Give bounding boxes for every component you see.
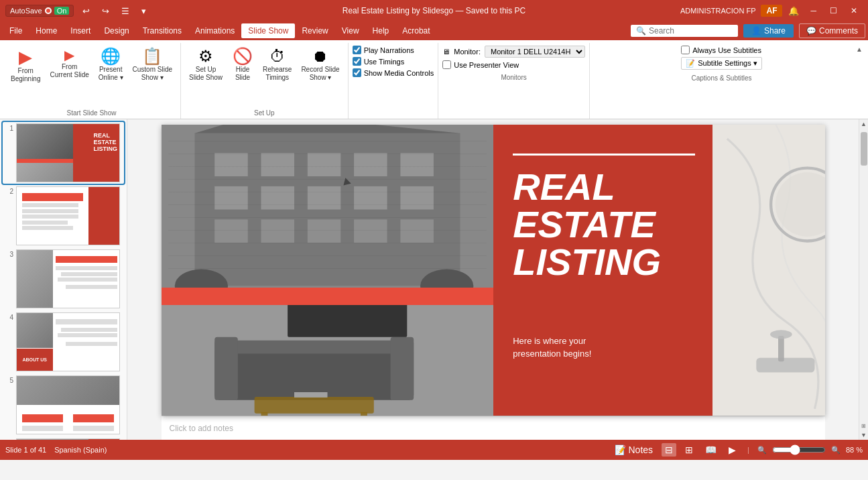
presenter-view-checkbox[interactable] xyxy=(442,60,451,69)
profile-button[interactable]: AF xyxy=(761,5,782,17)
menu-insert[interactable]: Insert xyxy=(64,23,97,38)
slide-thumb-5 xyxy=(16,375,120,434)
always-subtitles-check[interactable]: Always Use Subtitles xyxy=(681,46,762,54)
custom-slideshow-button[interactable]: 📋 Custom SlideShow ▾ xyxy=(129,46,176,84)
ribbon-toggle-button[interactable]: 🔔 xyxy=(785,5,802,17)
svg-rect-8 xyxy=(261,186,294,210)
play-narrations-checkbox[interactable] xyxy=(353,46,361,54)
slide-item-1[interactable]: 1 REALESTATELISTING xyxy=(3,122,124,184)
svg-rect-4 xyxy=(307,153,340,176)
record-icon: ⏺ xyxy=(312,48,328,64)
svg-rect-3 xyxy=(261,153,294,176)
close-button[interactable]: ✕ xyxy=(845,5,863,17)
notes-area[interactable]: Click to add notes xyxy=(162,416,825,440)
slide-photo-bottom xyxy=(162,305,493,416)
minimize-button[interactable]: ─ xyxy=(805,5,822,17)
slide-item-3[interactable]: 3 xyxy=(3,248,124,310)
captions-group-label: Captions & Subtitles xyxy=(692,72,752,84)
comments-button[interactable]: 💬 Comments xyxy=(799,23,865,38)
rehearse-button[interactable]: ⏱ RehearseTimings xyxy=(259,46,296,84)
ribbon-group-monitors: 🖥 Monitor: Monitor 1 DELL U2414H Use Pre… xyxy=(438,43,590,119)
show-media-check[interactable]: Show Media Controls xyxy=(353,68,434,77)
zoom-slider[interactable] xyxy=(772,444,826,455)
slide-sorter-button[interactable]: ⊞ xyxy=(682,443,696,457)
menu-view[interactable]: View xyxy=(335,23,366,38)
maximize-button[interactable]: ☐ xyxy=(824,5,843,17)
rehearse-icon: ⏱ xyxy=(269,48,286,64)
slide-item-5[interactable]: 5 xyxy=(3,374,124,436)
slide-thumb-4: ABOUT US xyxy=(16,312,120,371)
monitor-select[interactable]: Monitor 1 DELL U2414H xyxy=(485,46,585,58)
scroll-up-button[interactable]: ▲ xyxy=(859,119,868,129)
slideshow-view-button[interactable]: ▶ xyxy=(725,443,739,457)
slide-item-6[interactable]: 6 xyxy=(3,437,124,440)
always-subtitles-checkbox[interactable] xyxy=(681,46,690,54)
svg-point-35 xyxy=(770,330,792,339)
notes-button[interactable]: 📝 Notes xyxy=(611,443,656,457)
undo-button[interactable]: ↩ xyxy=(79,5,93,17)
use-timings-check[interactable]: Use Timings xyxy=(353,57,434,66)
svg-rect-28 xyxy=(294,392,328,398)
menu-review[interactable]: Review xyxy=(295,23,334,38)
svg-rect-22 xyxy=(214,341,414,354)
svg-rect-26 xyxy=(261,412,267,416)
record-slideshow-button[interactable]: ⏺ Record SlideShow ▾ xyxy=(297,46,343,84)
autosave-button[interactable]: AutoSave On xyxy=(5,5,74,17)
menu-right: 🔍 👤 Share 💬 Comments xyxy=(631,23,865,38)
main-scrollbar[interactable]: ▲ ⊞ ▼ xyxy=(859,119,868,440)
play-narrations-label: Play Narrations xyxy=(364,46,414,54)
use-timings-checkbox[interactable] xyxy=(353,57,361,66)
notes-label: Notes xyxy=(628,444,653,455)
slide-photo-top xyxy=(162,125,493,288)
play-narrations-check[interactable]: Play Narrations xyxy=(353,46,434,54)
menu-help[interactable]: Help xyxy=(366,23,396,38)
menu-file[interactable]: File xyxy=(3,23,29,38)
from-beginning-icon: ▶ xyxy=(19,48,32,66)
title-bar-right: ADMINISTRACION FP AF 🔔 ─ ☐ ✕ xyxy=(680,5,863,17)
from-current-button[interactable]: ▶ FromCurrent Slide xyxy=(46,46,92,82)
scroll-down-button[interactable]: ▼ xyxy=(859,430,868,440)
subtitle-settings-icon: 📝 xyxy=(686,59,695,68)
slide-main-title: REAL ESTATE LISTING xyxy=(513,168,661,281)
slide-item-2[interactable]: 2 xyxy=(3,185,124,247)
subtitle-settings-button[interactable]: 📝 Subtitle Settings ▾ xyxy=(681,57,762,70)
search-input[interactable] xyxy=(649,26,729,36)
dropdown-button[interactable]: ▾ xyxy=(138,5,149,17)
slide-item-4[interactable]: 4 ABOUT US xyxy=(3,311,124,373)
notes-placeholder: Click to add notes xyxy=(170,424,233,433)
slide-thumb-1: REALESTATELISTING xyxy=(16,123,120,182)
menu-home[interactable]: Home xyxy=(29,23,64,38)
from-beginning-button[interactable]: ▶ FromBeginning xyxy=(7,46,44,86)
scroll-fit-button[interactable]: ⊞ xyxy=(859,422,868,430)
share-button[interactable]: 👤 Share xyxy=(743,24,794,38)
show-media-checkbox[interactable] xyxy=(353,68,361,77)
use-timings-label: Use Timings xyxy=(364,58,405,66)
svg-rect-0 xyxy=(162,125,493,288)
customize-button[interactable]: ☰ xyxy=(118,5,133,17)
present-online-icon: 🌐 xyxy=(101,48,121,64)
menu-transitions[interactable]: Transitions xyxy=(136,23,188,38)
ribbon-collapse-button[interactable]: ▲ xyxy=(853,46,865,53)
scroll-thumb[interactable] xyxy=(861,132,867,166)
present-online-button[interactable]: 🌐 PresentOnline ▾ xyxy=(95,46,127,84)
monitors-group-label: Monitors xyxy=(501,72,526,83)
slide-number-1: 1 xyxy=(4,125,13,132)
menu-animations[interactable]: Animations xyxy=(188,23,241,38)
profile-name: ADMINISTRACION FP xyxy=(680,7,755,15)
redo-button[interactable]: ↪ xyxy=(99,5,113,17)
slide-number-5: 5 xyxy=(4,377,13,384)
hide-slide-button[interactable]: 🚫 HideSlide xyxy=(228,46,257,84)
slide-canvas[interactable]: REAL ESTATE LISTING Here is where yourpr… xyxy=(162,125,825,416)
status-right: 📝 Notes ⊟ ⊞ 📖 ▶ | 🔍 🔍 88 % xyxy=(611,443,863,457)
reading-view-button[interactable]: 📖 xyxy=(702,443,720,457)
svg-rect-27 xyxy=(361,412,367,416)
menu-slideshow[interactable]: Slide Show xyxy=(241,23,295,38)
svg-rect-16 xyxy=(400,219,434,243)
menu-design[interactable]: Design xyxy=(97,23,135,38)
normal-view-button[interactable]: ⊟ xyxy=(662,443,676,457)
menu-acrobat[interactable]: Acrobat xyxy=(395,23,436,38)
setup-icon: ⚙ xyxy=(198,48,213,64)
presenter-view-check[interactable]: Use Presenter View xyxy=(442,60,585,69)
setup-slideshow-button[interactable]: ⚙ Set UpSlide Show xyxy=(185,46,227,84)
ribbon-group-start-buttons: ▶ FromBeginning ▶ FromCurrent Slide 🌐 Pr… xyxy=(7,43,176,107)
